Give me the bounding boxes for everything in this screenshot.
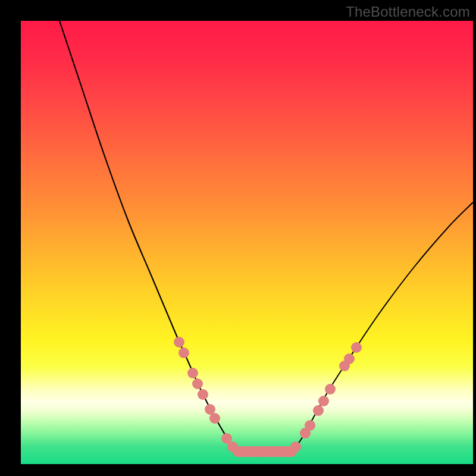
marker-dot-right: [325, 384, 336, 394]
watermark-label: TheBottleneck.com: [346, 4, 470, 20]
marker-dot-right: [318, 396, 329, 406]
marker-dot-left: [178, 347, 189, 358]
marker-dot-left: [198, 389, 208, 400]
marker-dot-left: [174, 337, 184, 347]
marker-dot-right: [351, 342, 362, 353]
marker-dot-left: [192, 378, 203, 389]
left-curve: [60, 21, 238, 452]
marker-dot-left: [209, 413, 220, 424]
marker-dot-left: [187, 368, 198, 378]
marker-dot-left: [227, 441, 238, 452]
plot-area: [21, 21, 473, 464]
marker-dot-right: [305, 420, 315, 431]
marker-dot-right: [344, 353, 355, 364]
marker-dot-right: [313, 405, 324, 416]
marker-dot-right: [290, 441, 301, 452]
curves-svg: [21, 21, 473, 464]
chart-frame: TheBottleneck.com: [0, 0, 476, 476]
